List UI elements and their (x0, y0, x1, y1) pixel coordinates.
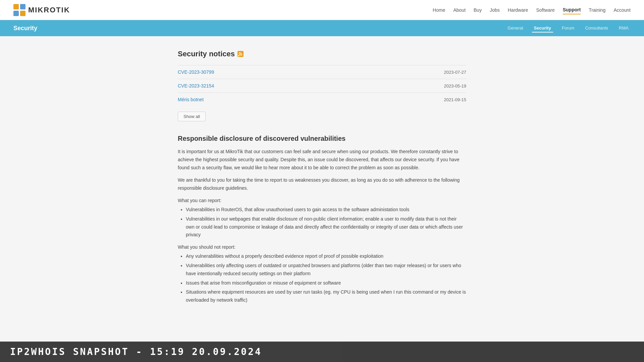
top-nav: MikroTik Home About Buy Jobs Hardware So… (0, 0, 644, 20)
notice-row-2: CVE-2023-32154 2023-05-19 (178, 79, 466, 93)
notice-link-cve-2023-32154[interactable]: CVE-2023-32154 (178, 83, 214, 88)
svg-rect-2 (13, 11, 19, 16)
notice-link-cve-2023-30799[interactable]: CVE-2023-30799 (178, 69, 214, 75)
disclosure-para-1: It is important for us at MikroTik that … (178, 148, 466, 172)
what-you-should-not-report-heading: What you should not report: (178, 244, 466, 250)
nav-home[interactable]: Home (433, 6, 445, 14)
what-you-can-report-list: Vulnerabilities in RouterOS, that allow … (186, 206, 466, 239)
subnav-security[interactable]: Security (532, 24, 553, 33)
section-title: Security (13, 25, 37, 32)
list-item-no-2: Vulnerabilities only affecting users of … (186, 262, 466, 278)
disclosure-section: Responsible disclosure of discovered vul… (178, 135, 466, 304)
what-you-can-report-heading: What you can report: (178, 198, 466, 203)
nav-buy[interactable]: Buy (474, 6, 482, 14)
notices-section: Security notices CVE-2023-30799 2023-07-… (178, 50, 466, 121)
subnav-general[interactable]: General (505, 24, 525, 33)
notice-date-2: 2023-05-19 (444, 83, 467, 88)
notice-date-1: 2023-07-27 (444, 70, 467, 75)
notices-heading: Security notices (178, 50, 466, 58)
disclosure-heading: Responsible disclosure of discovered vul… (178, 135, 466, 142)
nav-training[interactable]: Training (589, 6, 605, 14)
subnav-rma[interactable]: RMA (617, 24, 631, 33)
logo-area[interactable]: MikroTik (13, 4, 70, 16)
notice-row-1: CVE-2023-30799 2023-07-27 (178, 65, 466, 79)
svg-point-5 (238, 55, 239, 56)
list-item-no-4: Situations where equipment resources are… (186, 288, 466, 304)
nav-about[interactable]: About (453, 6, 466, 14)
main-content: Security notices CVE-2023-30799 2023-07-… (171, 50, 473, 304)
logo-text: MikroTik (28, 6, 70, 14)
section-subnav: General Security Forum Consultants RMA (505, 24, 631, 33)
logo-icon (13, 4, 25, 16)
subnav-forum[interactable]: Forum (560, 24, 577, 33)
nav-account[interactable]: Account (613, 6, 631, 14)
nav-support[interactable]: Support (563, 6, 581, 14)
nav-jobs[interactable]: Jobs (490, 6, 500, 14)
section-bar: Security General Security Forum Consulta… (0, 20, 644, 36)
what-you-should-not-report-list: Any vulnerabilities without a properly d… (186, 252, 466, 304)
svg-rect-0 (13, 4, 19, 9)
notice-row-3: Méris botnet 2021-09-15 (178, 93, 466, 106)
nav-links: Home About Buy Jobs Hardware Software Su… (433, 6, 631, 14)
list-item-no-3: Issues that arise from misconfiguration … (186, 279, 466, 287)
list-item-can-1: Vulnerabilities in RouterOS, that allow … (186, 206, 466, 214)
subnav-consultants[interactable]: Consultants (583, 24, 610, 33)
svg-rect-3 (20, 11, 25, 16)
svg-rect-1 (20, 4, 25, 9)
list-item-can-2: Vulnerabilities in our webpages that ena… (186, 215, 466, 239)
disclosure-para-2: We are thankful to you for taking the ti… (178, 176, 466, 192)
list-item-no-1: Any vulnerabilities without a properly d… (186, 252, 466, 260)
rss-icon[interactable] (237, 51, 244, 57)
show-all-button[interactable]: Show all (178, 112, 206, 121)
nav-hardware[interactable]: Hardware (508, 6, 528, 14)
notice-link-meris-botnet[interactable]: Méris botnet (178, 97, 204, 102)
nav-software[interactable]: Software (536, 6, 554, 14)
notice-date-3: 2021-09-15 (444, 97, 467, 102)
